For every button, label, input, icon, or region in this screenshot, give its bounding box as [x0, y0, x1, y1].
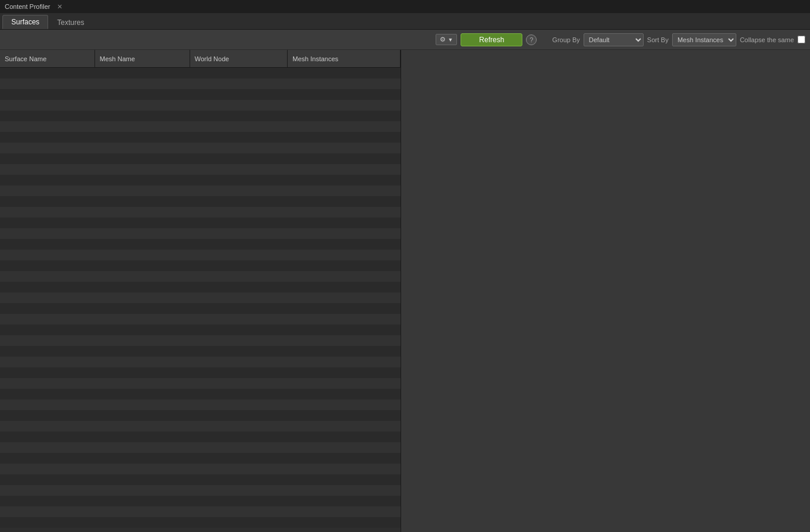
- tabs-row: Surfaces Textures: [0, 13, 810, 30]
- table-row[interactable]: [0, 175, 401, 185]
- table-row[interactable]: [0, 250, 401, 260]
- col-header-world-node[interactable]: World Node: [190, 50, 288, 67]
- table-header: Surface Name Mesh Name World Node Mesh I…: [0, 50, 401, 68]
- table-row[interactable]: [0, 228, 401, 239]
- table-row[interactable]: [0, 314, 401, 325]
- table-row[interactable]: [0, 496, 401, 506]
- refresh-button[interactable]: Refresh: [461, 33, 522, 46]
- table-row[interactable]: [0, 78, 401, 89]
- table-row[interactable]: [0, 357, 401, 367]
- group-by-dropdown[interactable]: Default Surface Name Mesh Name World Nod…: [584, 33, 644, 46]
- table-row[interactable]: [0, 325, 401, 335]
- right-panel: [401, 50, 810, 532]
- title-bar: Content Profiler ✕: [0, 0, 810, 13]
- filter-icon: ⚙: [440, 36, 446, 43]
- table-row[interactable]: [0, 464, 401, 474]
- left-panel: Surface Name Mesh Name World Node Mesh I…: [0, 50, 401, 532]
- table-row[interactable]: [0, 506, 401, 517]
- table-row[interactable]: [0, 89, 401, 100]
- table-row[interactable]: [0, 68, 401, 78]
- table-row[interactable]: [0, 442, 401, 453]
- group-by-label: Group By: [552, 36, 579, 43]
- help-button[interactable]: ?: [526, 34, 537, 45]
- sort-by-label: Sort By: [647, 36, 669, 43]
- table-row[interactable]: [0, 121, 401, 132]
- table-row[interactable]: [0, 346, 401, 357]
- collapse-area: Collapse the same: [740, 36, 805, 43]
- table-row[interactable]: [0, 143, 401, 153]
- table-row[interactable]: [0, 271, 401, 282]
- main-content: Surface Name Mesh Name World Node Mesh I…: [0, 50, 810, 532]
- tab-textures[interactable]: Textures: [48, 15, 93, 29]
- table-row[interactable]: [0, 474, 401, 485]
- toolbar: ⚙ ▼ Refresh ? Group By Default Surface N…: [0, 30, 810, 50]
- table-row[interactable]: [0, 367, 401, 378]
- collapse-checkbox[interactable]: [798, 36, 805, 43]
- table-row[interactable]: [0, 453, 401, 464]
- table-row[interactable]: [0, 185, 401, 196]
- table-row[interactable]: [0, 335, 401, 346]
- table-row[interactable]: [0, 260, 401, 271]
- app-title: Content Profiler: [5, 3, 50, 10]
- collapse-label: Collapse the same: [740, 36, 794, 43]
- table-row[interactable]: [0, 282, 401, 292]
- table-row[interactable]: [0, 410, 401, 421]
- table-row[interactable]: [0, 517, 401, 528]
- filter-arrow-icon: ▼: [447, 37, 453, 43]
- table-row[interactable]: [0, 218, 401, 228]
- table-row[interactable]: [0, 111, 401, 121]
- table-row[interactable]: [0, 292, 401, 303]
- table-row[interactable]: [0, 207, 401, 218]
- table-row[interactable]: [0, 389, 401, 399]
- table-row[interactable]: [0, 153, 401, 164]
- sort-by-dropdown[interactable]: Mesh Instances Surface Name Mesh Name Wo…: [672, 33, 736, 46]
- col-header-mesh-instances[interactable]: Mesh Instances: [288, 50, 401, 67]
- col-header-mesh-name[interactable]: Mesh Name: [95, 50, 190, 67]
- table-row[interactable]: [0, 132, 401, 143]
- table-row[interactable]: [0, 378, 401, 389]
- table-row[interactable]: [0, 432, 401, 442]
- table-row[interactable]: [0, 100, 401, 111]
- tab-surfaces[interactable]: Surfaces: [2, 15, 48, 29]
- table-row[interactable]: [0, 196, 401, 207]
- table-row[interactable]: [0, 164, 401, 175]
- table-row[interactable]: [0, 421, 401, 432]
- table-row[interactable]: [0, 303, 401, 314]
- filter-button[interactable]: ⚙ ▼: [436, 34, 457, 45]
- table-body[interactable]: [0, 68, 401, 532]
- col-header-surface-name[interactable]: Surface Name: [0, 50, 95, 67]
- table-row[interactable]: [0, 399, 401, 410]
- table-row[interactable]: [0, 239, 401, 250]
- group-sort-area: Group By Default Surface Name Mesh Name …: [552, 33, 736, 46]
- table-row[interactable]: [0, 485, 401, 496]
- close-button[interactable]: ✕: [57, 3, 62, 11]
